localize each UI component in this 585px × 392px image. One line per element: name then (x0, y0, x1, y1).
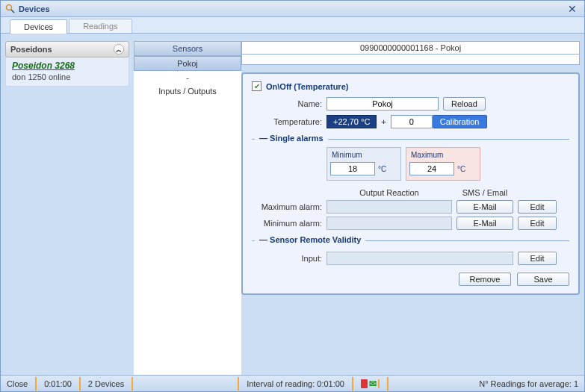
single-alarms-fieldset: — Single alarms Minimum °C Maximum (252, 139, 569, 230)
output-reaction-header: Output Reaction (326, 188, 452, 197)
save-button[interactable]: Save (517, 273, 569, 286)
min-alarm-label: Minimum alarm: (252, 219, 326, 228)
status-yellow-icon (378, 379, 380, 388)
sensor-row-selected[interactable]: Pokoj (134, 56, 241, 71)
spacer-strip (241, 55, 580, 65)
device-tree-pane: Poseidons ︽ Poseidon 3268 don 1250 onlin… (1, 34, 134, 375)
tab-devices[interactable]: Devices (10, 19, 67, 34)
min-alarm-row: Minimum alarm: E-Mail Edit (252, 217, 569, 230)
tree-group-label: Poseidons (10, 45, 52, 54)
device-id-bar: 0990000000001168 - Pokoj (241, 41, 580, 55)
tree-node[interactable]: Poseidon 3268 don 1250 online (5, 57, 129, 87)
remote-edit-button[interactable]: Edit (518, 252, 557, 265)
input-label: Input: (252, 254, 326, 263)
remote-input-field[interactable] (326, 252, 513, 265)
sensor-dash: - (134, 71, 241, 84)
sensor-form-panel: ✔ On\Off (Temperature) Name: Reload Temp… (241, 72, 580, 295)
window-title: Devices (19, 4, 50, 13)
close-icon[interactable]: ✕ (565, 3, 580, 15)
inputs-outputs-item[interactable]: Inputs / Outputs (134, 84, 241, 98)
temperature-label: Temperature: (252, 117, 326, 126)
offset-input[interactable] (391, 115, 433, 128)
svg-point-0 (7, 4, 12, 10)
sensor-list-body: - Inputs / Outputs (134, 71, 241, 375)
onoff-checkbox[interactable]: ✔ (252, 81, 261, 91)
status-close[interactable]: Close (7, 379, 28, 388)
devices-window: Devices ✕ Devices Readings Poseidons ︽ P… (0, 0, 585, 392)
sensors-header: Sensors (134, 41, 241, 56)
remote-validity-legend: Sensor Remote Validity (270, 235, 361, 244)
remove-button[interactable]: Remove (459, 273, 511, 286)
max-alarm-email-button[interactable]: E-Mail (456, 200, 513, 214)
tree-group-header[interactable]: Poseidons ︽ (5, 41, 129, 57)
min-unit: °C (378, 165, 386, 173)
reload-button[interactable]: Reload (443, 97, 486, 111)
max-alarm-row: Maximum alarm: E-Mail Edit (252, 200, 569, 214)
status-interval: Interval of reading: 0:01:00 (247, 379, 344, 388)
plus-sign: + (377, 117, 390, 126)
titlebar: Devices ✕ (1, 1, 584, 17)
tabstrip: Devices Readings (1, 17, 584, 34)
status-avg: N° Readings for average: 1 (479, 379, 578, 388)
remote-validity-fieldset: — Sensor Remote Validity Input: Edit (252, 240, 569, 265)
max-alarm-reaction-input[interactable] (326, 200, 452, 214)
onoff-label: On\Off (Temperature) (266, 82, 348, 91)
single-alarms-legend: Single alarms (270, 134, 324, 143)
form-footer-buttons: Remove Save (252, 273, 569, 286)
status-icons: ✉ (361, 379, 380, 389)
sensor-list-pane: Sensors Pokoj - Inputs / Outputs (134, 34, 241, 375)
max-alarm-label: Maximum alarm: (252, 202, 326, 211)
status-red-icon (361, 379, 368, 388)
max-unit: °C (457, 165, 465, 173)
detail-pane: 0990000000001168 - Pokoj ✔ On\Off (Tempe… (241, 34, 584, 375)
onoff-row: ✔ On\Off (Temperature) (252, 81, 569, 91)
min-alarm-email-button[interactable]: E-Mail (456, 217, 513, 230)
temperature-value: +22,70 °C (326, 115, 377, 128)
check-icon: ✔ (254, 83, 260, 90)
minmax-wrap: Minimum °C Maximum °C (326, 147, 569, 181)
maximum-box: Maximum °C (406, 147, 480, 181)
minimum-input[interactable] (330, 162, 375, 175)
minimum-label: Minimum (330, 149, 397, 162)
reaction-headers: Output Reaction SMS / Email (326, 188, 569, 197)
magnifier-icon (5, 4, 16, 14)
maximum-input[interactable] (409, 162, 454, 175)
sms-email-header: SMS / Email (456, 188, 513, 197)
status-devices: 2 Devices (88, 379, 124, 388)
tab-readings[interactable]: Readings (69, 19, 131, 33)
status-green-icon: ✉ (369, 379, 377, 389)
maximum-label: Maximum (409, 149, 477, 162)
min-alarm-reaction-input[interactable] (326, 217, 452, 230)
max-alarm-edit-button[interactable]: Edit (518, 200, 557, 214)
status-time: 0:01:00 (44, 379, 72, 388)
name-label: Name: (252, 99, 326, 108)
collapse-icon[interactable]: ︽ (114, 44, 124, 55)
svg-line-1 (11, 10, 14, 13)
tree-node-subtitle: don 1250 online (12, 72, 123, 81)
name-input[interactable] (326, 97, 439, 111)
min-alarm-edit-button[interactable]: Edit (518, 217, 557, 230)
main-area: Poseidons ︽ Poseidon 3268 don 1250 onlin… (1, 34, 584, 375)
minimum-box: Minimum °C (326, 147, 401, 181)
statusbar: Close 0:01:00 2 Devices Interval of read… (1, 375, 584, 391)
tree-node-title: Poseidon 3268 (12, 60, 123, 71)
calibration-button[interactable]: Calibration (433, 115, 488, 128)
